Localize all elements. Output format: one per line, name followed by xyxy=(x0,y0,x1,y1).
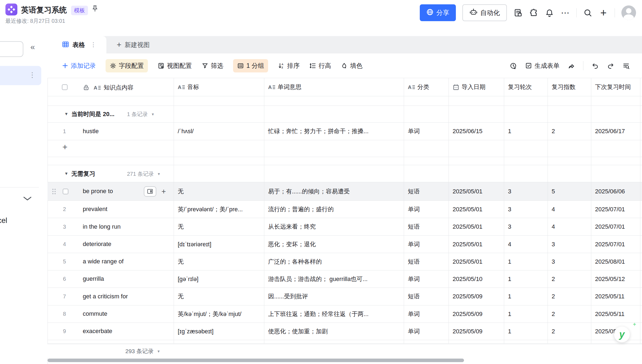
generate-form-button[interactable]: 生成表单 xyxy=(525,62,560,70)
group-button[interactable]: 1 分组 xyxy=(233,59,268,72)
cell-category[interactable]: 短语 xyxy=(404,218,449,235)
cell-next-review-date[interactable]: 2025/05/12 xyxy=(591,270,640,288)
history-icon[interactable] xyxy=(510,62,517,69)
cell-import-date[interactable]: 2025/06/15 xyxy=(449,123,504,140)
cell-review-index[interactable]: 3 xyxy=(548,253,591,270)
cell-review-index[interactable]: 5 xyxy=(548,182,591,200)
cell-knowledge[interactable]: 1hustle xyxy=(47,123,174,140)
group-record-count[interactable]: 1 条记录▼ xyxy=(127,111,155,118)
cell-knowledge[interactable]: 7get a criticism for xyxy=(47,288,174,305)
search-icon[interactable] xyxy=(583,8,592,17)
cell-review-index[interactable]: 2 xyxy=(548,123,591,140)
add-record-plus-icon[interactable]: + xyxy=(62,142,68,152)
cell-review-round[interactable]: 1 xyxy=(504,323,548,340)
column-header-review-round[interactable]: 复习轮次 xyxy=(504,78,548,96)
cell-category[interactable]: 短语 xyxy=(404,288,449,305)
cell-import-date[interactable]: 2025/05/01 xyxy=(449,218,504,235)
cell-phonetic[interactable]: 英/ˈprevələnt/；美/ˈpre... xyxy=(174,201,264,218)
column-header-import-date[interactable]: 导入日期 xyxy=(449,78,504,96)
cell-phonetic[interactable]: 无 xyxy=(174,182,264,200)
plugin-puzzle-icon[interactable] xyxy=(529,8,538,17)
drag-handle[interactable] xyxy=(52,189,56,194)
cell-review-index[interactable]: 2 xyxy=(548,270,591,288)
cell-review-round[interactable]: 3 xyxy=(504,182,548,200)
sidebar-search-box[interactable] xyxy=(0,41,23,57)
column-header-review-index[interactable]: 复习指数 xyxy=(548,78,591,96)
cell-next-review-date[interactable]: 2025/08/01 xyxy=(591,253,640,270)
cell-next-review-date[interactable]: 2025/07/01 xyxy=(591,218,640,235)
column-header-category[interactable]: A分类 xyxy=(404,78,449,96)
group-collapse-icon[interactable]: ▼ xyxy=(64,171,68,176)
fill-color-button[interactable]: 填色 xyxy=(341,62,363,70)
group-record-count[interactable]: 271 条记录▼ xyxy=(127,170,161,178)
cell-category[interactable]: 短语 xyxy=(404,182,449,200)
column-header-phonetic[interactable]: A音标 xyxy=(174,78,264,96)
add-plus-icon[interactable]: + xyxy=(599,8,608,17)
insert-record-icon[interactable]: + xyxy=(161,187,166,196)
filter-button[interactable]: 筛选 xyxy=(202,62,223,70)
sidebar-item-more-icon[interactable]: ⋮ xyxy=(29,71,36,78)
share-view-icon[interactable] xyxy=(568,62,575,69)
cell-next-review-date[interactable]: 2025/05/11 xyxy=(591,288,640,305)
cell-next-review-date[interactable]: 2025/07/01 xyxy=(591,201,640,218)
cell-category[interactable]: 单词 xyxy=(404,201,449,218)
form-lock-icon[interactable] xyxy=(513,8,523,17)
cell-import-date[interactable]: 2025/05/01 xyxy=(449,182,504,200)
cell-import-date[interactable]: 2025/05/09 xyxy=(449,305,504,323)
cell-review-round[interactable]: 1 xyxy=(504,270,548,288)
cell-review-index[interactable]: 2 xyxy=(548,305,591,323)
user-avatar[interactable] xyxy=(621,5,636,20)
cell-review-round[interactable]: 1 xyxy=(504,305,548,323)
cell-category[interactable]: 单词 xyxy=(404,305,449,323)
cell-knowledge[interactable]: +be prone to xyxy=(47,182,174,200)
cell-import-date[interactable]: 2025/05/09 xyxy=(449,288,504,305)
cell-meaning[interactable]: 使恶化；使加重；加剧 xyxy=(264,323,404,340)
cell-phonetic[interactable]: [dɪˈtɪəriəreɪt] xyxy=(174,236,264,253)
view-config-button[interactable]: 视图配置 xyxy=(158,62,192,70)
cell-next-review-date[interactable]: 2025/07/01 xyxy=(591,236,640,253)
sidebar-chevron-down-icon[interactable] xyxy=(23,196,32,202)
cell-review-round[interactable]: 3 xyxy=(504,218,548,235)
row-checkbox[interactable] xyxy=(63,189,68,194)
cell-import-date[interactable]: 2025/05/01 xyxy=(449,253,504,270)
cell-knowledge[interactable]: 2prevalent xyxy=(47,201,174,218)
cell-meaning[interactable]: 广泛的；各种各样的 xyxy=(264,253,404,270)
cell-review-index[interactable]: 4 xyxy=(548,201,591,218)
add-record-row[interactable]: + xyxy=(47,140,642,157)
cell-import-date[interactable]: 2025/05/01 xyxy=(449,236,504,253)
cell-import-date[interactable]: 2025/05/10 xyxy=(449,270,504,288)
column-header-knowledge[interactable]: A知识点内容 xyxy=(47,78,174,96)
cell-category[interactable]: 单词 xyxy=(404,323,449,340)
column-header-meaning[interactable]: A单词意思 xyxy=(264,78,404,96)
cell-review-index[interactable]: 3 xyxy=(548,236,591,253)
sidebar-collapse-icon[interactable]: « xyxy=(30,43,35,51)
cell-review-index[interactable]: 2 xyxy=(548,323,591,340)
cell-next-review-date[interactable]: 2025/06/06 xyxy=(591,182,640,200)
cell-phonetic[interactable]: [gəˈrɪlə] xyxy=(174,270,264,288)
sidebar-item-selected[interactable]: ⋮ xyxy=(0,66,41,85)
cell-category[interactable]: 单词 xyxy=(404,270,449,288)
cell-review-index[interactable]: 2 xyxy=(548,288,591,305)
cell-review-round[interactable]: 1 xyxy=(504,123,548,140)
cell-phonetic[interactable]: 无 xyxy=(174,288,264,305)
automation-button[interactable]: 自动化 xyxy=(462,4,507,21)
cell-next-review-date[interactable]: 2025/05/11 xyxy=(591,305,640,323)
find-in-view-icon[interactable] xyxy=(622,62,630,69)
tab-more-icon[interactable]: ⋮ xyxy=(90,41,97,48)
cell-knowledge[interactable]: 5a wide range of xyxy=(47,253,174,270)
cell-phonetic[interactable]: 无 xyxy=(174,253,264,270)
cell-phonetic[interactable]: /ˈhʌsl/ xyxy=(174,123,264,140)
cell-knowledge[interactable]: 9exacerbate xyxy=(47,323,174,340)
cell-review-index[interactable]: 4 xyxy=(548,218,591,235)
cell-review-round[interactable]: 4 xyxy=(504,236,548,253)
cell-meaning[interactable]: 恶化；变坏；退化 xyxy=(264,236,404,253)
cell-next-review-date[interactable]: 2025/06/17 xyxy=(591,123,640,140)
row-height-button[interactable]: 行高 xyxy=(309,62,331,70)
record-count[interactable]: 293 条记录 ▼ xyxy=(125,347,160,355)
tab-grid-view[interactable]: 表格 ⋮ xyxy=(47,36,106,53)
horizontal-scrollbar[interactable] xyxy=(47,359,464,362)
cell-phonetic[interactable]: 英/kəˈmjut/；美/kəˈmjut/ xyxy=(174,305,264,323)
cell-meaning[interactable]: 流行的；普遍的；盛行的 xyxy=(264,201,404,218)
cell-meaning[interactable]: 上下班往返；通勤；经常往返（于两... xyxy=(264,305,404,323)
cell-category[interactable]: 短语 xyxy=(404,253,449,270)
